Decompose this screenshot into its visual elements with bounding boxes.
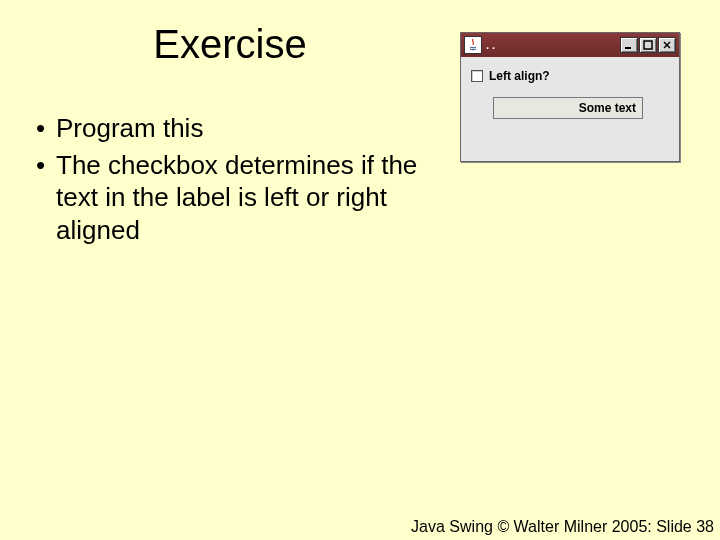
java-swing-window: . . Left align? Some text	[460, 32, 680, 162]
svg-rect-1	[644, 41, 652, 49]
window-title: . .	[486, 39, 619, 51]
checkbox-label: Left align?	[489, 69, 550, 83]
list-item: • The checkbox determines if the text in…	[36, 149, 436, 247]
java-icon	[464, 36, 482, 54]
window-body: Left align? Some text	[461, 57, 679, 129]
close-button[interactable]	[658, 37, 676, 53]
checkbox-row: Left align?	[471, 69, 669, 83]
slide-footer: Java Swing © Walter Milner 2005: Slide 3…	[411, 518, 714, 536]
bullet-dot: •	[36, 149, 56, 182]
maximize-button[interactable]	[639, 37, 657, 53]
bullet-dot: •	[36, 112, 56, 145]
bullet-text: Program this	[56, 112, 436, 145]
text-label: Some text	[493, 97, 643, 119]
bullet-text: The checkbox determines if the text in t…	[56, 149, 436, 247]
svg-rect-0	[625, 47, 631, 49]
window-titlebar: . .	[461, 33, 679, 57]
bullet-list: • Program this • The checkbox determines…	[36, 112, 436, 250]
slide-title: Exercise	[0, 22, 460, 67]
minimize-button[interactable]	[620, 37, 638, 53]
list-item: • Program this	[36, 112, 436, 145]
left-align-checkbox[interactable]	[471, 70, 483, 82]
